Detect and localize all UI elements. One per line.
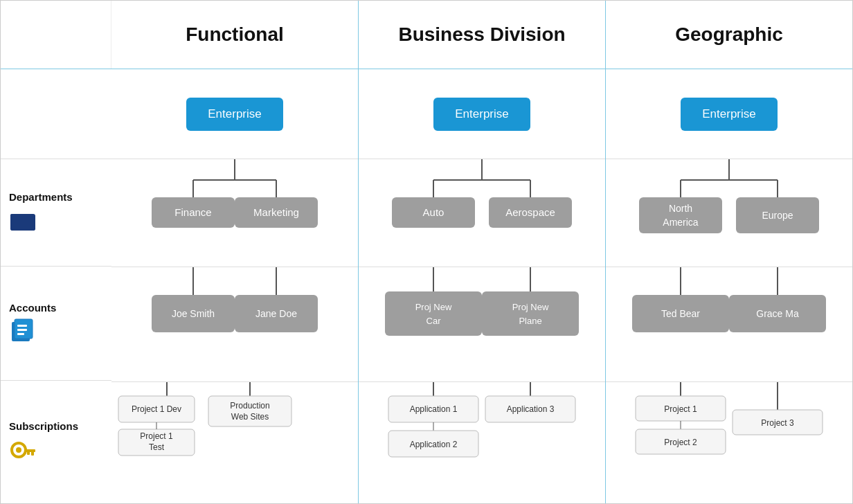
svg-text:Project 1 Dev: Project 1 Dev (132, 404, 181, 414)
functional-title: Functional (186, 24, 284, 46)
svg-text:Project 2: Project 2 (664, 438, 697, 447)
geographic-enterprise-section: Enterprise (606, 69, 852, 159)
svg-rect-2 (10, 214, 21, 218)
svg-text:Application 2: Application 2 (410, 440, 458, 449)
business-sub-connector: Application 1 Application 2 Application … (364, 382, 600, 503)
sidebar-departments-section: Departments (1, 159, 111, 267)
functional-header: Functional (111, 1, 359, 69)
geographic-departments-section: North America Europe (606, 159, 852, 267)
svg-rect-1 (10, 217, 35, 231)
functional-sub-connector: Project 1 Dev Project 1 Test Production … (111, 382, 305, 503)
svg-rect-6 (17, 329, 27, 331)
svg-text:Finance: Finance (174, 206, 211, 218)
geographic-acct-connector: Ted Bear Grace Ma (611, 267, 847, 381)
svg-text:Auto: Auto (423, 206, 445, 218)
svg-text:America: America (663, 217, 699, 228)
svg-text:Joe Smith: Joe Smith (172, 308, 215, 319)
subscriptions-label: Subscriptions (9, 420, 78, 432)
svg-text:Aerospace: Aerospace (505, 206, 555, 218)
sidebar-subscriptions-section: Subscriptions (1, 381, 111, 503)
svg-rect-5 (17, 325, 27, 327)
functional-departments-section: Finance Marketing (111, 159, 358, 267)
geographic-subscriptions-section: Project 1 Project 2 Project 3 (606, 382, 852, 503)
accounts-label: Accounts (9, 302, 56, 314)
functional-enterprise-node[interactable]: Enterprise (186, 98, 283, 131)
svg-rect-11 (31, 451, 34, 456)
geographic-accounts-section: Ted Bear Grace Ma (606, 267, 852, 382)
geographic-enterprise-node[interactable]: Enterprise (681, 98, 778, 131)
business-acct-connector: Proj New Car Proj New Plane (364, 267, 600, 381)
columns-container: Enterprise (111, 69, 852, 503)
business-enterprise-section: Enterprise (359, 69, 605, 159)
functional-enterprise-section: Enterprise (111, 69, 358, 159)
svg-text:Ted Bear: Ted Bear (661, 308, 700, 319)
business-subscriptions-section: Application 1 Application 2 Application … (359, 382, 605, 503)
geographic-sub-connector: Project 1 Project 2 Project 3 (611, 382, 847, 503)
departments-label: Departments (9, 191, 73, 203)
functional-dept-connector: Finance Marketing (138, 159, 332, 267)
svg-point-9 (16, 447, 21, 453)
svg-text:Marketing: Marketing (253, 206, 299, 218)
geographic-title: Geographic (675, 24, 783, 46)
business-enterprise-node[interactable]: Enterprise (433, 98, 530, 131)
subscriptions-icon (9, 436, 37, 464)
sidebar-accounts-section: Accounts (1, 267, 111, 381)
svg-text:Application 3: Application 3 (507, 404, 555, 414)
svg-rect-52 (482, 291, 579, 336)
svg-text:Production: Production (230, 401, 269, 411)
geographic-header: Geographic (606, 1, 852, 69)
business-accounts-section: Proj New Car Proj New Plane (359, 267, 605, 382)
business-departments-section: Auto Aerospace (359, 159, 605, 267)
svg-text:Car: Car (426, 316, 442, 326)
functional-acct-connector: Joe Smith Jane Doe (138, 267, 332, 381)
sidebar: Departments Accounts (1, 69, 111, 503)
svg-rect-12 (27, 451, 30, 455)
functional-subscriptions-section: Project 1 Dev Project 1 Test Production … (111, 382, 358, 503)
business-col: Enterprise Auto Aerospace (359, 69, 606, 503)
svg-text:Application 1: Application 1 (410, 404, 458, 414)
svg-text:Grace Ma: Grace Ma (756, 308, 799, 319)
sidebar-enterprise-section (1, 69, 111, 159)
svg-text:North: North (669, 203, 692, 214)
functional-accounts-section: Joe Smith Jane Doe (111, 267, 358, 382)
geographic-col: Enterprise North America (606, 69, 852, 503)
departments-icon (9, 207, 37, 235)
svg-text:Plane: Plane (519, 316, 541, 326)
svg-text:Jane Doe: Jane Doe (255, 308, 297, 319)
svg-text:Project 3: Project 3 (761, 418, 794, 428)
sidebar-header (1, 1, 111, 69)
business-header: Business Division (359, 1, 606, 69)
svg-text:Project 1: Project 1 (140, 431, 173, 441)
business-title: Business Division (398, 24, 565, 46)
business-dept-connector: Auto Aerospace (364, 159, 600, 267)
functional-col: Enterprise (111, 69, 359, 503)
svg-text:Web Sites: Web Sites (231, 412, 269, 422)
svg-rect-48 (385, 291, 482, 336)
geographic-dept-connector: North America Europe (611, 159, 847, 267)
svg-text:Proj New: Proj New (415, 302, 452, 312)
svg-text:Europe: Europe (762, 210, 793, 221)
svg-rect-7 (17, 333, 24, 335)
svg-text:Project 1: Project 1 (664, 404, 697, 414)
svg-text:Test: Test (149, 442, 165, 452)
svg-text:Proj New: Proj New (512, 302, 549, 312)
accounts-icon (9, 318, 37, 345)
